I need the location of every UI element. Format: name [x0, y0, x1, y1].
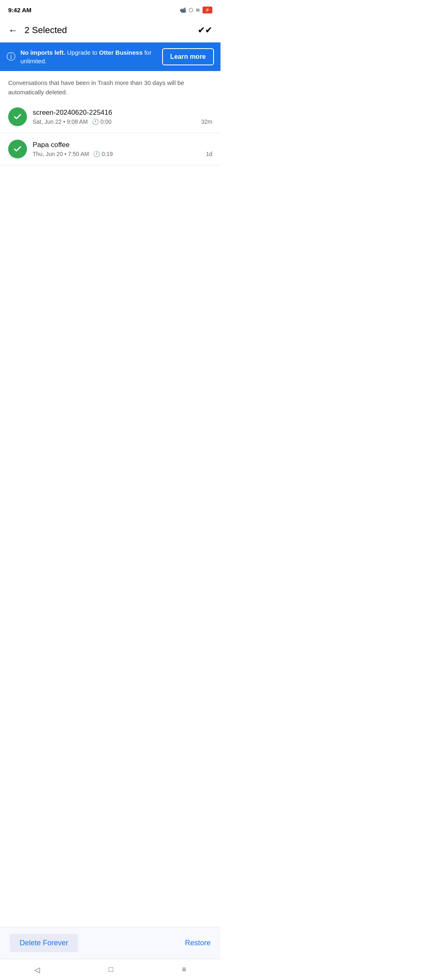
list-item[interactable]: screen-20240620-225416 Sat, Jun 22 • 9:0… [0, 101, 220, 133]
clock-icon: 🕐 [93, 151, 100, 157]
item-age: 32m [201, 118, 212, 125]
page-title: 2 Selected [24, 25, 67, 36]
item-age: 1d [206, 151, 212, 157]
banner-bold-1: No imports left. [20, 49, 65, 56]
item-meta: Sat, Jun 22 • 9:08 AM 🕐 0:00 32m [33, 118, 212, 125]
trash-info-text: Conversations that have been in Trash mo… [0, 71, 220, 101]
back-button[interactable]: ← [8, 24, 18, 36]
app-bar-left: ← 2 Selected [8, 24, 67, 36]
video-icon: 📹 [180, 7, 186, 13]
learn-more-button[interactable]: Learn more [162, 48, 214, 65]
selected-indicator [8, 140, 27, 158]
clock-icon: 🕐 [92, 118, 99, 125]
item-content: screen-20240620-225416 Sat, Jun 22 • 9:0… [33, 109, 212, 125]
wifi-icon: ≋ [196, 7, 200, 13]
info-icon: ⓘ [7, 51, 16, 63]
item-duration: 🕐 0:19 [93, 151, 113, 157]
selected-indicator [8, 107, 27, 126]
list-item[interactable]: Papa coffee Thu, Jun 20 • 7:50 AM 🕐 0:19… [0, 133, 220, 165]
select-all-button[interactable]: ✔✔ [198, 25, 212, 36]
item-title: Papa coffee [33, 141, 212, 149]
status-icons: 📹 ⬡ ≋ ⚡ [180, 7, 212, 13]
status-bar: 9:42 AM 📹 ⬡ ≋ ⚡ [0, 0, 220, 18]
conversation-list: screen-20240620-225416 Sat, Jun 22 • 9:0… [0, 101, 220, 165]
item-duration: 🕐 0:00 [92, 118, 111, 125]
item-date: Thu, Jun 20 • 7:50 AM [33, 151, 89, 157]
upgrade-banner: ⓘ No imports left. Upgrade to Otter Busi… [0, 42, 220, 71]
battery-icon: ⚡ [203, 7, 212, 13]
empty-space [0, 165, 220, 329]
duration-value: 0:00 [100, 118, 111, 125]
banner-bold-2: Otter Business [99, 49, 143, 56]
banner-text-2: Upgrade to [67, 49, 99, 56]
banner-text: No imports left. Upgrade to Otter Busine… [20, 48, 157, 65]
status-time: 9:42 AM [8, 7, 31, 13]
item-meta: Thu, Jun 20 • 7:50 AM 🕐 0:19 1d [33, 151, 212, 157]
duration-value: 0:19 [102, 151, 113, 157]
item-date: Sat, Jun 22 • 9:08 AM [33, 118, 88, 125]
item-content: Papa coffee Thu, Jun 20 • 7:50 AM 🕐 0:19… [33, 141, 212, 157]
app-bar: ← 2 Selected ✔✔ [0, 18, 220, 42]
bluetooth-icon: ⬡ [189, 7, 193, 13]
item-title: screen-20240620-225416 [33, 109, 212, 117]
